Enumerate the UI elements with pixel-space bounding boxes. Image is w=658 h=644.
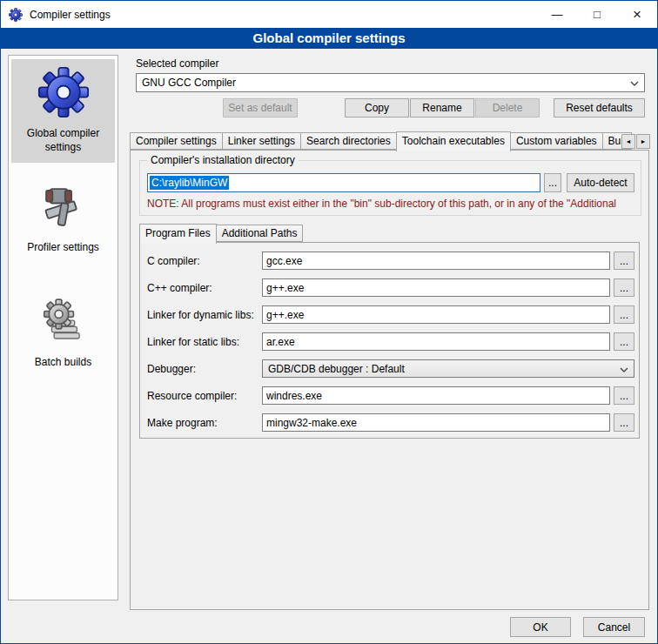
tab-search-directories[interactable]: Search directories <box>300 132 397 150</box>
program-files-panel: C compiler: ... C++ compiler: ... Linker… <box>139 242 640 439</box>
program-tabstrip: Program Files Additional Paths <box>139 224 302 242</box>
gear-stack-icon <box>13 297 113 347</box>
settings-tabstrip: Compiler settings Linker settings Search… <box>130 131 631 150</box>
installation-directory-row: C:\raylib\MinGW ... Auto-detect <box>147 173 634 192</box>
tab-scroll-left-icon[interactable]: ◄ <box>621 134 635 149</box>
c-compiler-label: C compiler: <box>147 255 262 267</box>
cpp-compiler-input[interactable] <box>262 278 610 297</box>
cpp-compiler-browse-button[interactable]: ... <box>614 278 634 297</box>
page-title: Global compiler settings <box>1 28 657 49</box>
dynamic-linker-input[interactable] <box>262 305 610 324</box>
auto-detect-button[interactable]: Auto-detect <box>567 173 634 192</box>
resource-compiler-input[interactable] <box>262 386 610 405</box>
static-linker-browse-button[interactable]: ... <box>614 332 634 351</box>
make-program-label: Make program: <box>147 417 262 429</box>
sidebar-item-label: Profiler settings <box>13 241 113 255</box>
tab-linker-settings[interactable]: Linker settings <box>222 132 301 150</box>
chevron-down-icon <box>620 363 628 375</box>
dynamic-linker-browse-button[interactable]: ... <box>614 305 634 324</box>
installation-directory-legend: Compiler's installation directory <box>147 154 299 166</box>
compiler-settings-window: Compiler settings — □ × Global compiler … <box>0 0 658 644</box>
cancel-button[interactable]: Cancel <box>583 617 645 637</box>
debugger-row: Debugger: GDB/CDB debugger : Default <box>147 359 632 378</box>
minimize-icon[interactable]: — <box>537 1 577 28</box>
static-linker-row: Linker for static libs: ... <box>147 332 632 351</box>
copy-button[interactable]: Copy <box>345 98 409 117</box>
installation-directory-group: Compiler's installation directory C:\ray… <box>139 160 641 216</box>
toolchain-executables-panel: Compiler's installation directory C:\ray… <box>130 150 649 610</box>
rename-button[interactable]: Rename <box>410 98 474 117</box>
chevron-down-icon <box>630 77 639 89</box>
dynamic-linker-row: Linker for dynamic libs: ... <box>147 305 632 324</box>
titlebar: Compiler settings — □ × <box>1 1 657 28</box>
tab-scroll-right-icon[interactable]: ► <box>636 134 650 149</box>
install-dir-value: C:\raylib\MinGW <box>150 176 229 190</box>
debugger-label: Debugger: <box>147 363 262 375</box>
ok-button[interactable]: OK <box>510 617 571 637</box>
tab-compiler-settings[interactable]: Compiler settings <box>130 132 223 150</box>
compiler-select[interactable]: GNU GCC Compiler <box>136 73 645 92</box>
set-as-default-button[interactable]: Set as default <box>223 98 298 117</box>
make-program-input[interactable] <box>262 413 610 432</box>
debugger-select-value: GDB/CDB debugger : Default <box>268 363 616 375</box>
resource-compiler-label: Resource compiler: <box>147 390 262 402</box>
static-linker-label: Linker for static libs: <box>147 336 262 348</box>
sidebar-item-global-compiler-settings[interactable]: Global compiler settings <box>11 59 115 163</box>
window-controls: — □ × <box>537 1 657 28</box>
app-icon <box>9 8 23 22</box>
gear-blue-icon <box>13 66 113 118</box>
selected-compiler-label: Selected compiler <box>136 57 218 70</box>
window-title: Compiler settings <box>30 9 111 21</box>
delete-button[interactable]: Delete <box>475 98 540 117</box>
sidebar-item-profiler-settings[interactable]: Profiler settings <box>11 175 115 264</box>
tab-custom-variables[interactable]: Custom variables <box>510 132 603 150</box>
resource-compiler-row: Resource compiler: ... <box>147 386 632 405</box>
make-program-browse-button[interactable]: ... <box>614 413 634 432</box>
maximize-icon[interactable]: □ <box>577 1 617 28</box>
tab-additional-paths[interactable]: Additional Paths <box>216 225 304 242</box>
make-program-row: Make program: ... <box>147 413 632 432</box>
bin-subdirectory-note: NOTE: All programs must exist either in … <box>147 198 640 210</box>
install-dir-input[interactable]: C:\raylib\MinGW <box>147 173 540 192</box>
cpp-compiler-row: C++ compiler: ... <box>147 278 632 297</box>
c-compiler-row: C compiler: ... <box>147 252 632 270</box>
close-icon[interactable]: × <box>617 1 657 28</box>
dynamic-linker-label: Linker for dynamic libs: <box>147 309 262 321</box>
c-compiler-browse-button[interactable]: ... <box>614 252 634 270</box>
tab-toolchain-executables[interactable]: Toolchain executables <box>396 131 511 151</box>
resource-compiler-browse-button[interactable]: ... <box>614 386 634 405</box>
tab-program-files[interactable]: Program Files <box>139 224 217 244</box>
sidebar-item-batch-builds[interactable]: Batch builds <box>11 290 115 379</box>
install-dir-browse-button[interactable]: ... <box>544 173 561 192</box>
sidebar-item-label: Batch builds <box>13 356 113 370</box>
debugger-select[interactable]: GDB/CDB debugger : Default <box>262 359 634 378</box>
compiler-select-value: GNU GCC Compiler <box>142 77 627 89</box>
profiler-tool-icon <box>13 182 113 232</box>
static-linker-input[interactable] <box>262 332 610 351</box>
main-area: Selected compiler GNU GCC Compiler Set a… <box>127 55 652 612</box>
sidebar-item-label: Global compiler settings <box>13 127 113 154</box>
c-compiler-input[interactable] <box>262 252 610 270</box>
reset-defaults-button[interactable]: Reset defaults <box>554 98 645 117</box>
sidebar: Global compiler settings Profiler settin… <box>8 55 118 600</box>
cpp-compiler-label: C++ compiler: <box>147 282 262 294</box>
